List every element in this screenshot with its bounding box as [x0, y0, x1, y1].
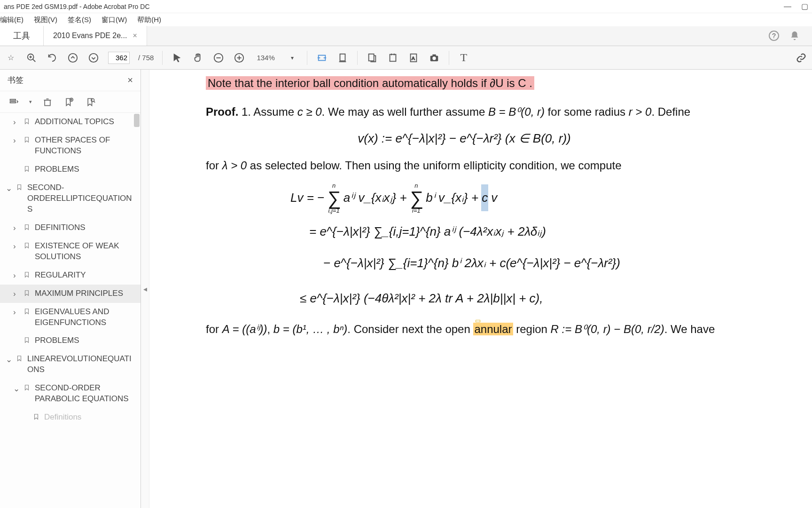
sidebar-close-icon[interactable]: ×: [127, 75, 133, 86]
zoom-dropdown-icon[interactable]: ▾: [286, 52, 298, 64]
svg-line-1: [33, 59, 36, 62]
new-bookmark-icon[interactable]: [63, 96, 75, 108]
window-controls: — ▢: [784, 3, 808, 10]
bookmark-item[interactable]: Definitions: [0, 408, 141, 427]
bookmark-icon: [23, 308, 31, 318]
sidebar-header: 书签 ×: [0, 70, 141, 91]
menu-window[interactable]: 窗口(W): [102, 16, 127, 24]
menu-sign[interactable]: 签名(S): [68, 16, 91, 24]
zoom-tool-icon[interactable]: [25, 52, 38, 64]
bookmark-icon: [23, 289, 31, 299]
tab-home-tools[interactable]: 工具: [0, 26, 44, 46]
expand-arrow-icon[interactable]: ⌄: [6, 355, 12, 365]
expand-arrow-icon[interactable]: ›: [13, 308, 20, 317]
add-text-icon[interactable]: T: [458, 52, 470, 64]
fit-width-icon[interactable]: [316, 52, 328, 64]
bookmark-icon: [23, 336, 31, 346]
menu-bar: 编辑(E) 视图(V) 签名(S) 窗口(W) 帮助(H): [0, 13, 812, 26]
delete-bookmark-icon[interactable]: [41, 96, 54, 108]
bookmark-label: Definitions: [44, 412, 136, 423]
bookmark-item[interactable]: ⌄SECOND-ORDERELLIPTICEQUATIONS: [0, 179, 141, 219]
svg-rect-16: [368, 54, 374, 61]
expand-arrow-icon[interactable]: ›: [13, 223, 20, 233]
zoom-in-icon[interactable]: [233, 52, 245, 64]
bookmarks-sidebar: 书签 × ▾ ›ADDITIONAL TOPICS›OTHER SPACES O…: [0, 70, 141, 508]
page-number-input[interactable]: [108, 52, 130, 64]
bookmark-icon: [23, 223, 31, 233]
bookmark-options-icon[interactable]: [8, 96, 20, 108]
bookmark-icon: [16, 183, 23, 193]
text: region: [513, 323, 551, 335]
notifications-icon[interactable]: [789, 30, 801, 42]
sum-symbol: ∑: [410, 189, 423, 207]
export-pdf-icon[interactable]: [366, 52, 378, 64]
comment-note-icon[interactable]: ▭: [475, 316, 481, 325]
create-pdf-icon[interactable]: [387, 52, 399, 64]
expand-arrow-icon[interactable]: ›: [13, 271, 20, 280]
tab-bar: 工具 2010 Evans PDE 2e... × ?: [0, 26, 812, 46]
bookmark-item[interactable]: ›REGULARITY: [0, 266, 141, 285]
bookmark-tree[interactable]: ›ADDITIONAL TOPICS›OTHER SPACES OF FUNCT…: [0, 113, 141, 508]
edit-pdf-icon[interactable]: A: [407, 52, 420, 64]
minimize-icon[interactable]: —: [784, 3, 791, 10]
menu-view[interactable]: 视图(V): [34, 16, 57, 24]
bookmark-item[interactable]: PROBLEMS: [0, 332, 141, 350]
svg-point-23: [432, 56, 436, 60]
bookmark-label: DEFINITIONS: [35, 222, 136, 233]
math-inline: A = ((aⁱʲ)): [222, 323, 267, 335]
expand-arrow-icon[interactable]: ›: [13, 118, 20, 127]
main-toolbar: ☆ / 758 134% ▾ A T: [0, 46, 812, 70]
expand-arrow-icon[interactable]: ›: [13, 289, 20, 299]
bookmark-item[interactable]: ›DEFINITIONS: [0, 219, 141, 237]
page-up-icon[interactable]: [67, 52, 79, 64]
tab-close-icon[interactable]: ×: [133, 32, 137, 40]
bookmark-item[interactable]: ›EXISTENCE OF WEAK SOLUTIONS: [0, 237, 141, 266]
math-sub: i=1: [412, 207, 421, 214]
main-content-area: 书签 × ▾ ›ADDITIONAL TOPICS›OTHER SPACES O…: [0, 70, 812, 508]
page-down-icon[interactable]: [87, 52, 100, 64]
pdf-page-view[interactable]: Note that the interior ball condition au…: [149, 70, 812, 508]
text: for: [206, 159, 222, 172]
undo-icon[interactable]: [46, 52, 58, 64]
menu-help[interactable]: 帮助(H): [137, 16, 161, 24]
sidebar-title: 书签: [8, 75, 23, 86]
bookmark-item[interactable]: ›MAXIMUM PRINCIPLES: [0, 285, 141, 303]
bookmark-item[interactable]: ›EIGENVALUES AND EIGENFUNCTIONS: [0, 303, 141, 332]
help-icon[interactable]: ?: [769, 31, 779, 41]
bookmark-icon: [23, 165, 31, 175]
scrollbar-thumb[interactable]: [134, 114, 140, 127]
bookmark-label: MAXIMUM PRINCIPLES: [35, 288, 136, 299]
text: ,: [267, 323, 273, 335]
expand-arrow-icon[interactable]: ›: [13, 242, 20, 251]
math-inline: = e^{−λ|x|²} ∑_{i,j=1}^{n} aⁱʲ (−4λ²xᵢxⱼ…: [309, 218, 723, 245]
tab-document[interactable]: 2010 Evans PDE 2e... ×: [44, 26, 147, 46]
maximize-icon[interactable]: ▢: [801, 3, 808, 10]
star-icon[interactable]: ☆: [5, 52, 17, 64]
fit-page-icon[interactable]: [336, 52, 349, 64]
highlighted-annotation[interactable]: ▭annular: [473, 323, 513, 335]
text: for: [206, 323, 222, 335]
paragraph: for A = ((aⁱʲ)), b = (b¹, … , bⁿ). Consi…: [206, 320, 723, 338]
bookmark-item[interactable]: PROBLEMS: [0, 160, 141, 179]
toolbar-separator: [357, 51, 358, 65]
share-link-icon[interactable]: [795, 52, 807, 64]
menu-edit[interactable]: 编辑(E): [0, 16, 23, 24]
bookmark-item[interactable]: ›OTHER SPACES OF FUNCTIONS: [0, 131, 141, 160]
expand-arrow-icon[interactable]: ⌄: [6, 183, 12, 193]
svg-rect-24: [432, 54, 436, 56]
window-titlebar: ans PDE 2ed GSM19.pdf - Adobe Acrobat Pr…: [0, 0, 812, 13]
selection-cursor-icon[interactable]: [171, 52, 183, 64]
expand-arrow-icon[interactable]: ⌄: [13, 384, 20, 394]
math-inline: b = (b¹, … , bⁿ): [273, 323, 347, 335]
bookmark-item[interactable]: ⌄SECOND-ORDER PARABOLIC EQUATIONS: [0, 379, 141, 408]
find-bookmark-icon[interactable]: [85, 96, 97, 108]
expand-arrow-icon[interactable]: ›: [13, 136, 20, 145]
bookmark-icon: [23, 271, 31, 281]
math-inline: Lv = −: [290, 184, 324, 211]
snapshot-icon[interactable]: [428, 52, 440, 64]
hand-pan-icon[interactable]: [192, 52, 204, 64]
bookmark-item[interactable]: ›ADDITIONAL TOPICS: [0, 113, 141, 131]
bookmark-item[interactable]: ⌄LINEAREVOLUTIONEQUATIONS: [0, 350, 141, 379]
sidebar-collapse-handle[interactable]: ◂: [141, 70, 149, 508]
zoom-out-icon[interactable]: [212, 52, 225, 64]
